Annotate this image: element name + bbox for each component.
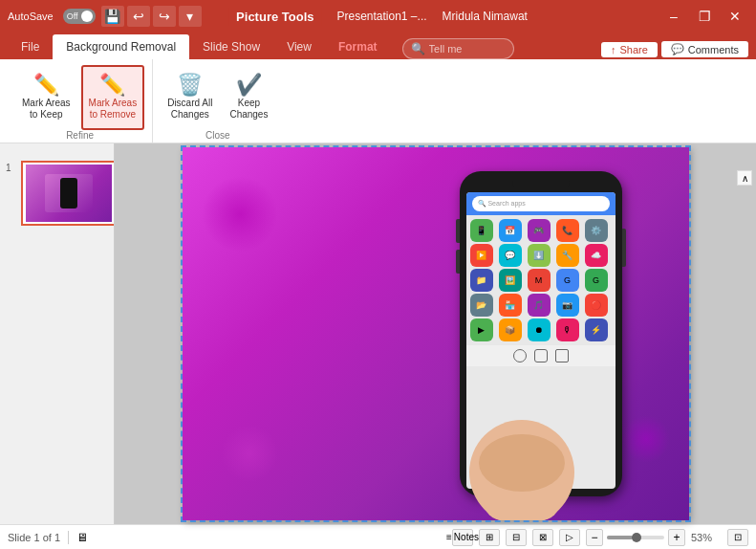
app-18: 🎵	[528, 294, 551, 317]
minimize-button[interactable]: –	[660, 3, 687, 30]
slide-count-status: Slide 1 of 1	[8, 532, 60, 543]
mark-keep-icon: ✏️	[33, 75, 59, 96]
zoom-controls: − +	[586, 529, 685, 546]
ribbon-group-refine: ✏️ Mark Areas to Keep ✏️ Mark Areas to R…	[8, 59, 153, 143]
canvas-area: 🔍 Search apps 📱 📅 🎮 📞 ⚙️ ▶️ 💬	[115, 143, 756, 524]
tab-slideshow[interactable]: Slide Show	[189, 34, 273, 59]
app-22: 📦	[499, 318, 522, 341]
keep-label: Keep Changes	[229, 98, 268, 121]
title-bar-icons: 💾 ↩ ↪ ▾	[101, 6, 202, 27]
normal-view-button[interactable]: ⊞	[479, 529, 500, 546]
share-icon: ↑	[611, 44, 616, 55]
toggle-state-label: Off	[67, 11, 78, 21]
app-9: 🔧	[556, 244, 579, 267]
nav-home	[534, 349, 548, 362]
zoom-thumb[interactable]	[632, 533, 641, 542]
app-gpay: G	[585, 269, 608, 292]
app-3: 🎮	[528, 219, 551, 242]
ribbon-collapse-button[interactable]: ∧	[737, 170, 752, 186]
app-5: ⚙️	[585, 219, 608, 242]
tab-format[interactable]: Format	[325, 34, 391, 59]
app-11: 📁	[470, 269, 493, 292]
discard-label: Discard All Changes	[167, 98, 212, 121]
ribbon-actions: ↑ Share 💬 Comments	[601, 41, 748, 59]
hand-container	[455, 377, 589, 520]
filename-label: Presentation1 –...	[336, 10, 426, 23]
app-25: ⚡	[585, 318, 608, 341]
undo-icon-btn[interactable]: ↩	[127, 6, 150, 27]
maximize-button[interactable]: ❐	[691, 3, 718, 30]
accessibility-icon[interactable]: 🖥	[76, 531, 88, 544]
save-icon-btn[interactable]: 💾	[101, 6, 124, 27]
autosave-toggle[interactable]: Off	[63, 9, 96, 24]
slide-thumbnail-1[interactable]	[21, 161, 115, 226]
app-21: ▶	[470, 318, 493, 341]
comments-button[interactable]: 💬 Comments	[661, 41, 748, 57]
keep-changes-button[interactable]: ✔️ Keep Changes	[223, 65, 274, 130]
title-bar: AutoSave Off 💾 ↩ ↪ ▾ Picture Tools Prese…	[0, 0, 756, 33]
zoom-percent[interactable]: 53%	[691, 532, 722, 543]
mark-remove-icon: ✏️	[99, 75, 125, 96]
autosave-label: AutoSave	[8, 11, 54, 22]
nav-back	[513, 349, 527, 362]
slide-canvas[interactable]: 🔍 Search apps 📱 📅 🎮 📞 ⚙️ ▶️ 💬	[183, 147, 689, 520]
customize-icon-btn[interactable]: ▾	[179, 6, 202, 27]
keep-icon: ✔️	[236, 75, 262, 96]
status-right: ≡ Notes ⊞ ⊟ ⊠ ▷ − + 53% ⊡	[452, 529, 748, 546]
app-4: 📞	[556, 219, 579, 242]
mark-areas-keep-button[interactable]: ✏️ Mark Areas to Keep	[15, 65, 77, 130]
app-12: 🖼️	[499, 269, 522, 292]
app-23: ⏺	[528, 318, 551, 341]
title-bar-right: – ❐ ✕	[660, 3, 748, 30]
vol-down-button	[456, 250, 460, 274]
toggle-circle	[81, 11, 93, 22]
slide-number: 1	[6, 163, 11, 173]
notes-button[interactable]: ≡ Notes	[452, 529, 473, 546]
close-label: Close	[205, 130, 230, 144]
tab-background-removal[interactable]: Background Removal	[53, 34, 189, 59]
slide-thumb-preview	[26, 165, 112, 222]
mark-areas-remove-button[interactable]: ✏️ Mark Areas to Remove	[81, 65, 145, 130]
phone-mockup: 🔍 Search apps 📱 📅 🎮 📞 ⚙️ ▶️ 💬	[431, 166, 651, 501]
phone-apps-grid: 📱 📅 🎮 📞 ⚙️ ▶️ 💬 ⬇️ 🔧 ☁️ 📁	[466, 215, 616, 345]
app-16: 📂	[470, 294, 493, 317]
close-button[interactable]: ✕	[722, 3, 748, 30]
picture-tools-label: Picture Tools	[228, 8, 321, 26]
phone-notch	[512, 171, 570, 192]
tell-me-search[interactable]: 🔍	[402, 38, 514, 59]
vol-up-button	[456, 219, 460, 243]
title-bar-center: Picture Tools Presentation1 –... Mridula…	[228, 8, 528, 26]
fit-to-window-button[interactable]: ⊡	[727, 529, 748, 546]
app-6: ▶️	[470, 244, 493, 267]
zoom-fill	[607, 536, 633, 539]
nav-recents	[555, 349, 569, 362]
phone-search-bar: 🔍 Search apps	[472, 196, 610, 211]
app-google: G	[556, 269, 579, 292]
notes-icon: ≡	[446, 532, 452, 542]
main-area: 1	[0, 143, 756, 524]
blob-decoration-1	[202, 176, 278, 253]
app-10: ☁️	[585, 244, 608, 267]
share-button[interactable]: ↑ Share	[601, 42, 658, 57]
slide-sorter-button[interactable]: ⊟	[506, 529, 527, 546]
search-icon: 🔍	[411, 42, 425, 55]
mark-keep-label: Mark Areas to Keep	[22, 98, 71, 121]
app-17: 🏪	[499, 294, 522, 317]
reading-view-button[interactable]: ⊠	[532, 529, 553, 546]
hand-svg	[455, 377, 589, 520]
ribbon-group-close: 🗑️ Discard All Changes ✔️ Keep Changes C…	[153, 59, 282, 143]
username-label: Mridula Nimawat	[443, 10, 528, 23]
tab-view[interactable]: View	[273, 34, 325, 59]
slideshow-view-button[interactable]: ▷	[559, 529, 580, 546]
zoom-slider[interactable]	[607, 536, 664, 539]
zoom-out-button[interactable]: −	[586, 529, 603, 546]
search-input[interactable]	[429, 43, 506, 55]
redo-icon-btn[interactable]: ↪	[153, 6, 176, 27]
tab-file[interactable]: File	[8, 34, 53, 59]
discard-all-changes-button[interactable]: 🗑️ Discard All Changes	[161, 65, 219, 130]
app-1: 📱	[470, 219, 493, 242]
slide-panel: 1	[0, 143, 115, 524]
app-20: 🔴	[585, 294, 608, 317]
app-24: 🎙	[556, 318, 579, 341]
zoom-in-button[interactable]: +	[668, 529, 685, 546]
